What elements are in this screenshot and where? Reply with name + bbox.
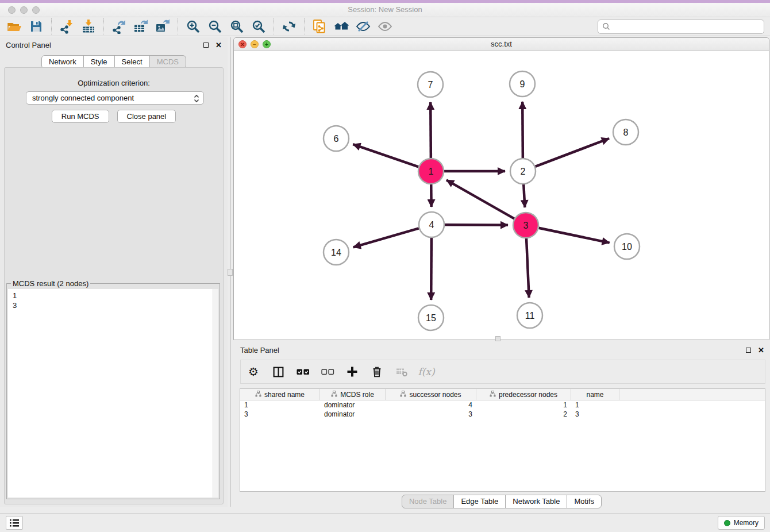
zoom-selected-button[interactable] bbox=[248, 18, 270, 35]
tab-network-table[interactable]: Network Table bbox=[505, 495, 567, 508]
export-network-button[interactable] bbox=[108, 18, 130, 35]
optimization-criterion-label: Optimization criterion: bbox=[5, 79, 223, 87]
table-panel-tabs: Node TableEdge TableNetwork TableMotifs bbox=[233, 495, 770, 508]
column-tree-icon bbox=[400, 391, 406, 399]
edge-1-6[interactable] bbox=[353, 144, 418, 167]
table-cell: dominator bbox=[320, 410, 386, 418]
toolbar-separator bbox=[51, 18, 52, 34]
network-canvas[interactable]: 7968124314101511 bbox=[234, 52, 769, 340]
table-options-icon[interactable]: ⚙ bbox=[247, 365, 260, 379]
mcds-result-lines: 13 bbox=[8, 289, 218, 312]
delete-row-icon[interactable] bbox=[370, 365, 384, 379]
toolbar-separator bbox=[274, 18, 274, 34]
node-label-14: 14 bbox=[331, 248, 341, 257]
clone-network-button[interactable] bbox=[309, 18, 330, 35]
dropdown-stepper-icon bbox=[194, 94, 199, 103]
network-window-titlebar[interactable]: ✕ − + scc.txt bbox=[234, 38, 769, 51]
node-label-7: 7 bbox=[428, 80, 433, 90]
edge-2-9[interactable] bbox=[522, 102, 523, 158]
column-header-shared-name[interactable]: shared name bbox=[240, 389, 320, 400]
edge-2-8[interactable] bbox=[536, 138, 610, 167]
node-label-6: 6 bbox=[334, 134, 339, 144]
edge-3-10[interactable] bbox=[539, 228, 610, 243]
edge-4-3[interactable] bbox=[445, 225, 508, 225]
node-label-15: 15 bbox=[426, 313, 436, 323]
zoom-out-button[interactable] bbox=[204, 18, 226, 35]
list-icon bbox=[9, 519, 20, 527]
control-panel: Control Panel ✕ NetworkStyleSelectMCDS O… bbox=[0, 37, 228, 507]
table-cell: 1 bbox=[240, 401, 320, 409]
tab-node-table[interactable]: Node Table bbox=[402, 495, 455, 508]
column-header-successor-nodes[interactable]: successor nodes bbox=[386, 389, 476, 400]
close-panel-icon[interactable]: ✕ bbox=[215, 41, 222, 49]
search-input[interactable] bbox=[613, 21, 764, 32]
task-history-button[interactable] bbox=[6, 516, 23, 530]
tab-motifs[interactable]: Motifs bbox=[567, 495, 602, 508]
table-cell: 3 bbox=[571, 410, 619, 418]
open-session-button[interactable] bbox=[3, 18, 25, 35]
delete-table-icon[interactable] bbox=[395, 365, 409, 379]
export-table-button[interactable] bbox=[130, 18, 152, 35]
network-window-title: scc.txt bbox=[234, 40, 769, 48]
table-row[interactable]: 1dominator411 bbox=[240, 400, 765, 410]
application-window: Session: New Session bbox=[0, 0, 770, 532]
save-session-button[interactable] bbox=[25, 18, 47, 35]
node-label-11: 11 bbox=[525, 311, 535, 321]
edge-1-7[interactable] bbox=[430, 102, 431, 158]
panel-divider-handle[interactable] bbox=[228, 269, 233, 276]
add-row-icon[interactable] bbox=[345, 365, 359, 379]
column-tree-icon bbox=[255, 391, 261, 399]
edge-4-15[interactable] bbox=[431, 238, 432, 300]
node-label-3: 3 bbox=[523, 221, 529, 230]
node-label-8: 8 bbox=[623, 128, 629, 137]
show-columns-icon[interactable] bbox=[271, 365, 285, 379]
result-scrollbar[interactable] bbox=[213, 289, 218, 498]
column-label: successor nodes bbox=[409, 391, 461, 399]
show-hidden-button[interactable] bbox=[374, 18, 396, 35]
canvas-split-handle[interactable] bbox=[495, 336, 500, 341]
node-label-2: 2 bbox=[521, 167, 526, 176]
edge-3-1[interactable] bbox=[446, 180, 514, 218]
float-table-panel-icon[interactable] bbox=[746, 348, 751, 353]
search-field[interactable] bbox=[598, 20, 764, 34]
column-header-predecessor-nodes[interactable]: predecessor nodes bbox=[476, 389, 571, 400]
status-bar: Memory bbox=[0, 513, 770, 532]
column-header-name[interactable]: name bbox=[571, 389, 619, 400]
node-label-10: 10 bbox=[622, 242, 632, 252]
run-mcds-button[interactable]: Run MCDS bbox=[52, 110, 109, 123]
table-cell: dominator bbox=[320, 401, 386, 409]
memory-status-icon bbox=[724, 520, 730, 526]
zoom-fit-button[interactable] bbox=[226, 18, 248, 35]
mcds-result-area[interactable]: 13 bbox=[8, 289, 218, 498]
select-all-icon[interactable] bbox=[296, 365, 310, 379]
zoom-in-button[interactable] bbox=[182, 18, 204, 35]
mcds-panel: Optimization criterion: strongly connect… bbox=[4, 67, 224, 504]
edge-2-3[interactable] bbox=[523, 184, 525, 207]
search-icon bbox=[602, 22, 610, 30]
export-image-button[interactable] bbox=[152, 18, 174, 35]
column-tree-icon bbox=[490, 391, 496, 399]
deselect-all-icon[interactable] bbox=[321, 365, 334, 379]
refresh-network-button[interactable] bbox=[278, 18, 300, 35]
function-builder-icon[interactable]: f(x) bbox=[419, 365, 433, 379]
close-table-panel-icon[interactable]: ✕ bbox=[758, 346, 764, 354]
edge-4-14[interactable] bbox=[353, 228, 419, 247]
import-table-button[interactable] bbox=[78, 18, 99, 35]
hide-selected-button[interactable] bbox=[352, 18, 374, 35]
edge-3-11[interactable] bbox=[526, 238, 529, 298]
control-panel-title: Control Panel bbox=[6, 41, 51, 49]
criterion-dropdown[interactable]: strongly connected component bbox=[26, 91, 204, 105]
close-panel-button[interactable]: Close panel bbox=[117, 110, 176, 123]
tab-edge-table[interactable]: Edge Table bbox=[453, 495, 506, 508]
table-row[interactable]: 3dominator323 bbox=[240, 410, 765, 419]
network-canvas-svg: 7968124314101511 bbox=[234, 52, 769, 340]
column-header-MCDS-role[interactable]: MCDS role bbox=[320, 389, 386, 400]
import-network-button[interactable] bbox=[56, 18, 78, 35]
network-view-window: ✕ − + scc.txt 7968124314101511 bbox=[233, 37, 769, 340]
node-label-4: 4 bbox=[429, 220, 434, 230]
node-label-1: 1 bbox=[429, 167, 434, 176]
memory-button[interactable]: Memory bbox=[718, 516, 765, 530]
float-panel-icon[interactable] bbox=[203, 43, 209, 48]
first-neighbors-button[interactable] bbox=[330, 18, 352, 35]
table-cell: 1 bbox=[476, 401, 571, 409]
